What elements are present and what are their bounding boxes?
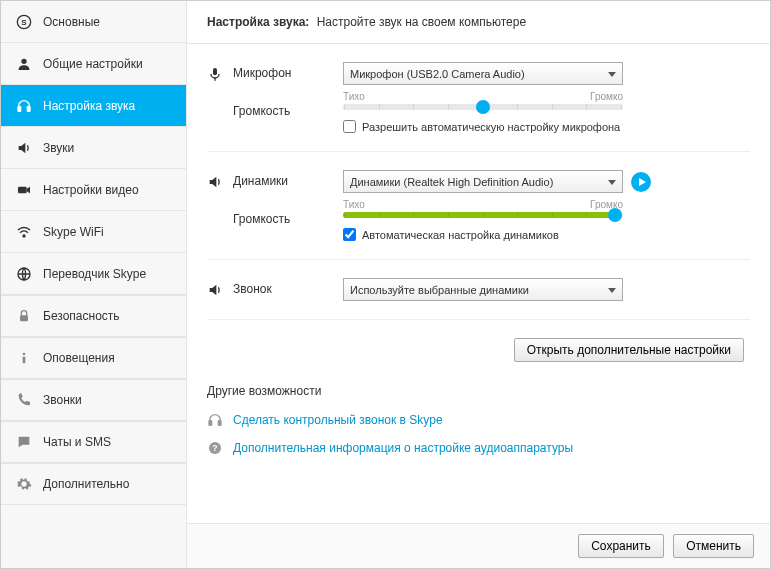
slider-thumb[interactable] <box>476 100 490 114</box>
sidebar-item-notifications[interactable]: Оповещения <box>1 337 186 379</box>
svg-rect-3 <box>18 106 21 111</box>
headset-small-icon <box>207 412 233 428</box>
headset-icon <box>15 97 33 115</box>
sidebar-item-label: Оповещения <box>43 351 115 365</box>
speaker-out-icon <box>207 170 233 241</box>
skype-icon: S <box>15 13 33 31</box>
sidebar-item-label: Звуки <box>43 141 74 155</box>
info-icon <box>15 349 33 367</box>
sidebar-item-label: Безопасность <box>43 309 120 323</box>
svg-text:?: ? <box>212 443 217 453</box>
page-title: Настройка звука: <box>207 15 309 29</box>
slider-thumb[interactable] <box>608 208 622 222</box>
sidebar-item-calls[interactable]: Звонки <box>1 379 186 421</box>
sidebar-item-chats[interactable]: Чаты и SMS <box>1 421 186 463</box>
test-call-row: Сделать контрольный звонок в Skype <box>207 412 750 428</box>
svg-point-6 <box>23 235 25 237</box>
sidebar-item-label: Дополнительно <box>43 477 129 491</box>
svg-rect-13 <box>209 421 212 426</box>
volume-label: Громкость <box>233 212 343 226</box>
svg-point-2 <box>21 58 26 63</box>
advanced-settings-button[interactable]: Открыть дополнительные настройки <box>514 338 744 362</box>
globe-icon <box>15 265 33 283</box>
page-subtitle: Настройте звук на своем компьютере <box>317 15 526 29</box>
sidebar-item-label: Чаты и SMS <box>43 435 111 449</box>
svg-point-9 <box>23 353 26 356</box>
sidebar-item-security[interactable]: Безопасность <box>1 295 186 337</box>
lock-icon <box>15 307 33 325</box>
microphone-section: Микрофон Громкость Микрофон (USB2.0 Came… <box>207 62 750 152</box>
svg-text:S: S <box>21 17 27 26</box>
microphone-volume-slider[interactable] <box>343 104 623 110</box>
cancel-button[interactable]: Отменить <box>673 534 754 558</box>
sidebar-item-label: Звонки <box>43 393 82 407</box>
volume-label: Громкость <box>233 104 343 118</box>
slider-min-label: Тихо <box>343 91 365 102</box>
sidebar-item-sounds[interactable]: Звуки <box>1 127 186 169</box>
audio-help-link[interactable]: Дополнительная информация о настройке ау… <box>233 441 573 455</box>
chat-icon <box>15 433 33 451</box>
svg-rect-8 <box>20 315 28 321</box>
sidebar-item-label: Переводчик Skype <box>43 267 146 281</box>
footer: Сохранить Отменить <box>187 523 770 568</box>
ring-select[interactable]: Используйте выбранные динамики <box>343 278 623 301</box>
svg-rect-5 <box>18 186 27 193</box>
ring-icon <box>207 278 233 301</box>
speakers-section: Динамики Громкость Динамики (Realtek Hig… <box>207 170 750 260</box>
sidebar-item-label: Общие настройки <box>43 57 143 71</box>
contact-icon <box>15 55 33 73</box>
ringing-section: Звонок Используйте выбранные динамики <box>207 278 750 320</box>
speaker-volume-slider[interactable] <box>343 212 623 218</box>
main-area: S Основные Общие настройки Настройка зву… <box>1 1 770 568</box>
mic-auto-checkbox-row[interactable]: Разрешить автоматическую настройку микро… <box>343 120 750 133</box>
phone-icon <box>15 391 33 409</box>
speakers-label: Динамики <box>233 174 343 188</box>
sidebar-item-translator[interactable]: Переводчик Skype <box>1 253 186 295</box>
microphone-label: Микрофон <box>233 66 343 80</box>
sidebar-item-audio[interactable]: Настройка звука <box>1 85 186 127</box>
sidebar-item-advanced[interactable]: Дополнительно <box>1 463 186 505</box>
svg-rect-4 <box>27 106 30 111</box>
sidebar: S Основные Общие настройки Настройка зву… <box>1 1 187 568</box>
help-icon: ? <box>207 440 233 456</box>
sidebar-item-wifi[interactable]: Skype WiFi <box>1 211 186 253</box>
test-call-link[interactable]: Сделать контрольный звонок в Skype <box>233 413 443 427</box>
speaker-icon <box>15 139 33 157</box>
sidebar-item-main[interactable]: S Основные <box>1 1 186 43</box>
wifi-icon <box>15 223 33 241</box>
content-header: Настройка звука: Настройте звук на своем… <box>187 1 770 44</box>
microphone-icon <box>207 62 233 133</box>
camera-icon <box>15 181 33 199</box>
save-button[interactable]: Сохранить <box>578 534 664 558</box>
slider-min-label: Тихо <box>343 199 365 210</box>
content-panel: Настройка звука: Настройте звук на своем… <box>187 1 770 568</box>
sidebar-item-label: Основные <box>43 15 100 29</box>
sidebar-item-label: Skype WiFi <box>43 225 104 239</box>
content-body: Микрофон Громкость Микрофон (USB2.0 Came… <box>187 44 770 523</box>
sidebar-item-general[interactable]: Общие настройки <box>1 43 186 85</box>
spk-auto-checkbox-row[interactable]: Автоматическая настройка динамиков <box>343 228 750 241</box>
sidebar-item-video[interactable]: Настройки видео <box>1 169 186 211</box>
sidebar-item-label: Настройки видео <box>43 183 139 197</box>
help-link-row: ? Дополнительная информация о настройке … <box>207 440 750 456</box>
speakers-select[interactable]: Динамики (Realtek High Definition Audio) <box>343 170 623 193</box>
slider-max-label: Громко <box>590 91 623 102</box>
microphone-select[interactable]: Микрофон (USB2.0 Camera Audio) <box>343 62 623 85</box>
svg-rect-11 <box>213 68 217 75</box>
ring-label: Звонок <box>233 282 343 296</box>
settings-window: S Основные Общие настройки Настройка зву… <box>0 0 771 569</box>
gear-icon <box>15 475 33 493</box>
svg-rect-10 <box>23 357 26 364</box>
spk-auto-checkbox[interactable] <box>343 228 356 241</box>
sidebar-item-label: Настройка звука <box>43 99 135 113</box>
mic-auto-checkbox[interactable] <box>343 120 356 133</box>
test-speaker-button[interactable] <box>631 172 651 192</box>
svg-rect-14 <box>218 421 221 426</box>
other-options-title: Другие возможности <box>207 384 750 398</box>
